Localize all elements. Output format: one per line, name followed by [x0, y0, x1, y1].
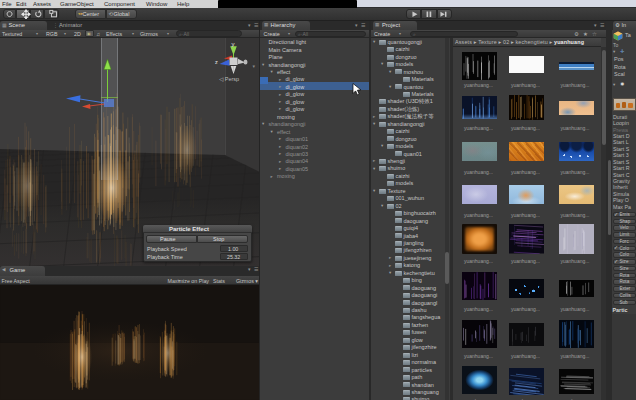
svg-text:z: z	[215, 59, 218, 65]
svg-text:y: y	[232, 41, 235, 47]
